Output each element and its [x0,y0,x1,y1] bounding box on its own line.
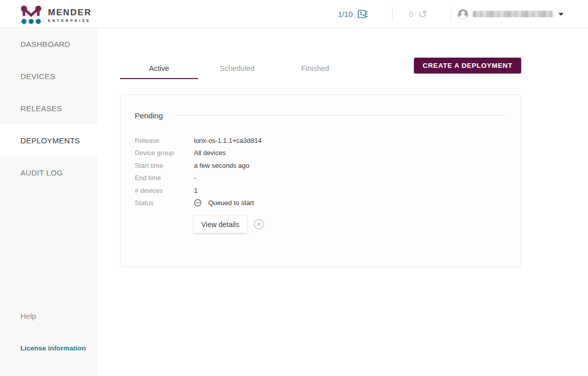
tab-scheduled[interactable]: Scheduled [198,58,276,79]
history-count: 0 [409,10,413,18]
header-divider [392,7,393,21]
detail-row-end-time: End time - [135,172,505,185]
detail-value: - [194,174,196,182]
detail-row-status: Status Queued to start [135,197,505,210]
tab-finished[interactable]: Finished [276,58,354,79]
detail-label: Release [135,137,194,144]
detail-value: lorix-os-1.1.1+ca3d814 [194,137,262,144]
device-limit-count: 1/10 [338,10,353,18]
sidebar-item-releases[interactable]: RELEASES [0,92,97,124]
sidebar-item-dashboard[interactable]: DASHBOARD [0,28,97,60]
detail-row-device-group: Device group All devices [135,147,505,160]
create-deployment-button[interactable]: CREATE A DEPLOYMENT [414,58,521,73]
detail-value: 1 [194,187,198,194]
user-email-redacted [473,11,553,17]
logo-subtitle: ENTERPRISE [48,18,92,23]
sidebar-item-devices[interactable]: DEVICES [0,60,97,92]
detail-row-device-count: # devices 1 [135,184,505,197]
status-text: Queued to start [208,199,254,207]
pending-status-icon [194,199,202,207]
detail-row-release: Release lorix-os-1.1.1+ca3d814 [135,134,505,147]
detail-value: All devices [194,149,226,157]
abort-deployment-icon[interactable] [254,219,264,230]
account-menu[interactable] [457,0,564,28]
detail-label: End time [135,174,194,182]
logo-title: MENDER [48,8,92,17]
card-title-pending: Pending [135,111,163,120]
tab-active[interactable]: Active [120,58,198,79]
caret-down-icon [558,13,564,16]
view-details-button[interactable]: View details [194,216,247,233]
deployments-tabs: Active Scheduled Finished [120,58,354,79]
mender-logo-icon [20,4,42,27]
detail-label: Start time [135,162,194,169]
detail-label: # devices [135,187,194,194]
device-limit-indicator[interactable]: 1/10 [338,0,368,28]
deployment-details: Release lorix-os-1.1.1+ca3d814 Device gr… [135,134,505,209]
sidebar-item-license-information[interactable]: License information [20,344,86,352]
history-refresh-icon: ↺ [418,9,427,19]
detail-row-start-time: Start time a few seconds ago [135,159,505,172]
detail-label: Device group [135,149,194,157]
device-chip-icon [357,9,368,19]
detail-label: Status [135,199,194,207]
sidebar-item-deployments[interactable]: DEPLOYMENTS [0,124,97,157]
deployments-page: Active Scheduled Finished CREATE A DEPLO… [97,28,588,376]
detail-value: a few seconds ago [194,162,249,169]
mender-logo[interactable]: MENDER ENTERPRISE [20,4,92,27]
header-divider [451,7,451,21]
sidebar-item-audit-log[interactable]: AUDIT LOG [0,157,97,189]
pending-deployments-card: Pending Release lorix-os-1.1.1+ca3d814 D… [120,94,521,267]
card-title-rule [174,115,505,116]
sidebar: DASHBOARD DEVICES RELEASES DEPLOYMENTS A… [0,28,97,376]
deployments-history-indicator[interactable]: 0 ↺ [409,0,427,28]
account-circle-icon [457,9,469,20]
app-header: MENDER ENTERPRISE 1/10 0 ↺ [0,0,588,28]
sidebar-item-help[interactable]: Help [20,312,36,320]
